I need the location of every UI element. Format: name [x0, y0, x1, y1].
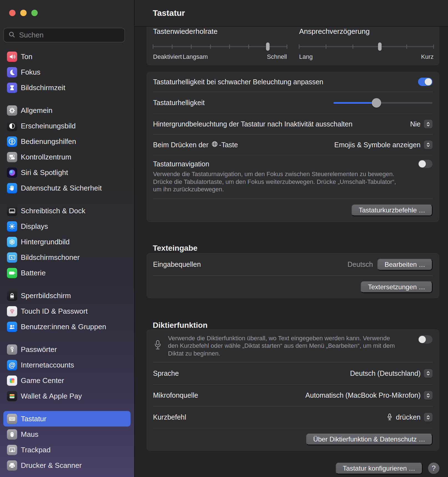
sidebar-item-label: Trackpad [21, 446, 50, 454]
sidebar-item-touch-id[interactable]: Touch ID & Passwort [3, 303, 131, 319]
repeat-rate-label: Tastenwiederholrate [153, 27, 218, 36]
globe-key-row: Beim Drücken der -Taste Emojis & Symbole… [147, 135, 439, 155]
control-center-icon [7, 152, 17, 162]
input-sources-value: Deutsch [348, 260, 373, 268]
siri-icon [7, 168, 17, 178]
page-title: Tastatur [153, 8, 185, 18]
dictation-shortcut-value: drücken [396, 413, 421, 421]
printer-icon [7, 460, 17, 471]
mouse-icon [7, 429, 17, 440]
backlight-off-stepper[interactable] [424, 120, 432, 128]
repeat-rate-slider[interactable] [153, 42, 287, 52]
globe-key-stepper[interactable] [424, 141, 432, 149]
sidebar-item-label: Passwörter [21, 345, 57, 354]
sidebar-item-trackpad[interactable]: Trackpad [3, 442, 131, 458]
desktop-dock-icon [7, 206, 17, 216]
close-button[interactable] [9, 10, 16, 16]
sidebar-item-label: Internetaccounts [21, 361, 74, 369]
adjust-brightness-label: Tastaturhelligkeit bei schwacher Beleuch… [153, 78, 323, 86]
sidebar-item-bildschirmzeit[interactable]: Bildschirmzeit [3, 80, 131, 95]
help-button[interactable]: ? [428, 463, 439, 474]
sidebar-item-schreibtisch-dock[interactable]: Schreibtisch & Dock [3, 203, 131, 219]
keyboard-brightness-row: Tastaturhelligkeit [147, 92, 439, 114]
keyboard-shortcuts-button[interactable]: Tastaturkurzbefehle … [352, 204, 432, 216]
search-input[interactable]: Suchen [3, 28, 125, 42]
sidebar-item-bildschirmschoner[interactable]: Bildschirmschoner [3, 250, 131, 265]
sidebar-item-label: Drucker & Scanner [21, 461, 82, 470]
text-input-heading: Texteingabe [153, 244, 197, 253]
slider-knob[interactable] [266, 42, 269, 51]
sidebar-item-sperrbildschirm[interactable]: Sperrbildschirm [3, 288, 131, 303]
globe-icon [211, 140, 218, 149]
microphone-source-value: Automatisch (MacBook Pro-Mikrofon) [306, 391, 421, 399]
dictation-language-stepper[interactable] [424, 369, 432, 378]
sidebar-item-passwoerter[interactable]: Passwörter [3, 342, 131, 357]
sidebar-item-wallet[interactable]: Wallet & Apple Pay [3, 388, 131, 404]
window-controls [9, 10, 38, 16]
sidebar-item-datenschutz[interactable]: Datenschutz & Sicherheit [3, 180, 131, 196]
sidebar-item-label: Batterie [21, 269, 46, 277]
slider-knob[interactable] [372, 98, 381, 108]
key-icon [7, 344, 17, 355]
adjust-brightness-toggle[interactable] [418, 78, 432, 86]
delay-slider[interactable] [299, 42, 434, 52]
sidebar-item-bedienungshilfen[interactable]: Bedienungshilfen [3, 134, 131, 149]
sidebar-nav: Ton Fokus Bildschirmzeit Allgemein Ersch… [3, 49, 131, 473]
sidebar-item-label: Kontrollzentrum [21, 153, 71, 161]
users-icon [7, 322, 17, 332]
sidebar-item-maus[interactable]: Maus [3, 427, 131, 442]
microphone-source-stepper[interactable] [424, 391, 432, 400]
dictation-shortcut-stepper[interactable] [424, 413, 432, 422]
sidebar-item-siri-spotlight[interactable]: Siri & Spotlight [3, 165, 131, 180]
sidebar-item-tastatur[interactable]: Tastatur [3, 411, 131, 427]
sidebar-item-label: Allgemein [21, 106, 52, 115]
sidebar-item-label: Sperrbildschirm [21, 291, 71, 300]
sidebar-item-game-center[interactable]: Game Center [3, 373, 131, 388]
minimize-button[interactable] [20, 10, 27, 16]
microphone-source-row: Mikrofonquelle Automatisch (MacBook Pro-… [147, 385, 439, 406]
sidebar-item-ton[interactable]: Ton [3, 49, 131, 64]
text-replacements-button[interactable]: Textersetzungen … [361, 281, 432, 293]
delay-short-label: Kurz [421, 53, 434, 60]
zoom-window-button[interactable] [31, 10, 38, 16]
input-sources-label: Eingabequellen [153, 260, 201, 268]
sidebar-item-label: Bildschirmschoner [21, 253, 80, 262]
repeat-rate-fast-label: Schnell [267, 53, 287, 60]
sidebar-item-kontrollzentrum[interactable]: Kontrollzentrum [3, 149, 131, 165]
wallet-icon [7, 391, 17, 401]
sidebar-item-allgemein[interactable]: Allgemein [3, 103, 131, 118]
keyboard-navigation-label: Tastaturnavigation [153, 160, 209, 168]
backlight-off-row: Hintergrundbeleuchtung der Tastatur nach… [147, 114, 439, 134]
search-placeholder: Suchen [19, 31, 44, 39]
sidebar-item-drucker-scanner[interactable]: Drucker & Scanner [3, 458, 131, 473]
input-sources-row: Eingabequellen Deutsch Bearbeiten … [147, 253, 439, 275]
sidebar-item-label: Benutzer:innen & Gruppen [21, 323, 106, 331]
sidebar-item-batterie[interactable]: Batterie [3, 265, 131, 281]
configure-keyboard-button[interactable]: Tastatur konfigurieren … [336, 463, 422, 474]
keyboard-navigation-toggle[interactable] [418, 160, 432, 168]
appearance-icon [7, 121, 17, 131]
keyboard-brightness-slider[interactable] [334, 98, 432, 108]
sidebar-item-internetaccounts[interactable]: @ Internetaccounts [3, 357, 131, 373]
keyboard-options-card: Tastaturhelligkeit bei schwacher Beleuch… [147, 72, 439, 222]
dictation-privacy-button[interactable]: Über Diktierfunktion & Datenschutz … [306, 433, 432, 445]
globe-key-label-prefix: Beim Drücken der [153, 141, 208, 149]
slider-knob[interactable] [378, 42, 382, 51]
backlight-off-label: Hintergrundbeleuchtung der Tastatur nach… [153, 120, 352, 128]
titlebar: Tastatur [135, 0, 448, 27]
sidebar-item-fokus[interactable]: Fokus [3, 64, 131, 80]
text-input-card: Eingabequellen Deutsch Bearbeiten … Text… [147, 253, 439, 298]
sidebar-item-erscheinungsbild[interactable]: Erscheinungsbild [3, 118, 131, 134]
sidebar-item-benutzer[interactable]: Benutzer:innen & Gruppen [3, 319, 131, 334]
dictation-toggle[interactable] [418, 335, 432, 344]
battery-icon [7, 268, 17, 278]
sidebar-item-displays[interactable]: Displays [3, 219, 131, 234]
edit-input-sources-button[interactable]: Bearbeiten … [377, 259, 432, 270]
dictation-description: Verwende die Diktierfunktion überall, wo… [168, 334, 399, 357]
keyboard-brightness-label: Tastaturhelligkeit [153, 99, 205, 107]
sidebar-item-hintergrundbild[interactable]: Hintergrundbild [3, 234, 131, 250]
dictation-intro-row: Verwende die Diktierfunktion überall, wo… [147, 330, 439, 362]
sidebar-item-label: Fokus [21, 68, 40, 77]
sidebar-item-label: Bedienungshilfen [21, 137, 76, 146]
screensaver-icon [7, 252, 17, 263]
